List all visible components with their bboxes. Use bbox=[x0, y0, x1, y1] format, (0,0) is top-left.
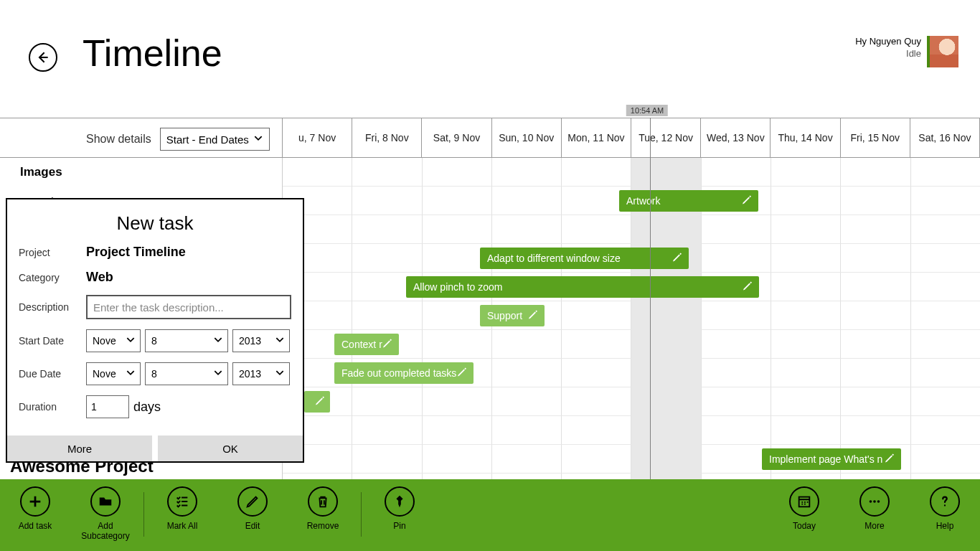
chevron-down-icon bbox=[126, 368, 136, 380]
chevron-down-icon bbox=[253, 133, 263, 146]
due-month-select[interactable]: Nove bbox=[86, 362, 141, 385]
edit-button[interactable]: Edit bbox=[217, 486, 288, 531]
remove-button[interactable]: Remove bbox=[288, 486, 358, 531]
date-col-2: Sat, 9 Nov bbox=[422, 118, 491, 157]
ok-button[interactable]: OK bbox=[158, 435, 303, 461]
task-bar-stub[interactable] bbox=[304, 391, 330, 413]
duration-unit: days bbox=[133, 400, 161, 415]
task-bar-pinch[interactable]: Allow pinch to zoom bbox=[406, 276, 759, 298]
task-bar-context[interactable]: Context r bbox=[334, 334, 399, 355]
arrow-left-icon bbox=[36, 50, 50, 65]
label-duration: Duration bbox=[19, 401, 86, 413]
pencil-icon bbox=[456, 367, 468, 380]
date-col-3: Sun, 10 Nov bbox=[492, 118, 562, 157]
pencil-icon bbox=[741, 194, 753, 208]
now-time-label: 10:54 AM bbox=[626, 105, 668, 116]
duration-input[interactable] bbox=[86, 395, 129, 418]
pencil-icon bbox=[672, 252, 683, 265]
start-month-select[interactable]: Nove bbox=[86, 329, 141, 352]
today-button[interactable]: Today bbox=[769, 486, 839, 531]
pin-button[interactable]: Pin bbox=[364, 486, 435, 531]
due-day-select[interactable]: 8 bbox=[145, 362, 228, 385]
trash-icon bbox=[308, 486, 338, 517]
task-bar-fade[interactable]: Fade out completed tasks bbox=[334, 362, 473, 384]
now-line bbox=[650, 118, 651, 479]
checklist-icon bbox=[167, 486, 197, 517]
start-year-select[interactable]: 2013 bbox=[232, 329, 290, 352]
pin-icon bbox=[385, 486, 415, 517]
avatar bbox=[927, 36, 958, 67]
label-start-date: Start Date bbox=[19, 335, 86, 347]
task-bar-implement[interactable]: Implement page What's n bbox=[762, 448, 901, 470]
help-button[interactable]: Help bbox=[910, 486, 980, 531]
label-description: Description bbox=[19, 301, 86, 313]
pencil-icon bbox=[742, 281, 753, 294]
plus-icon bbox=[20, 486, 50, 517]
svg-point-2 bbox=[873, 500, 876, 503]
pencil-icon bbox=[382, 338, 393, 352]
value-category: Web bbox=[86, 270, 113, 285]
label-project: Project bbox=[19, 247, 86, 258]
due-year-select[interactable]: 2013 bbox=[232, 362, 290, 385]
value-project: Project Timeline bbox=[86, 245, 186, 260]
user-name: Hy Nguyen Quy bbox=[855, 36, 921, 48]
chevron-down-icon bbox=[213, 335, 223, 347]
show-details-label: Show details bbox=[86, 133, 151, 146]
date-col-0: u, 7 Nov bbox=[283, 118, 352, 157]
help-icon bbox=[930, 486, 960, 517]
date-col-4: Mon, 11 Nov bbox=[562, 118, 631, 157]
more-button[interactable]: More bbox=[7, 435, 152, 461]
date-col-6: Wed, 13 Nov bbox=[701, 118, 771, 157]
appbar-separator bbox=[361, 492, 362, 537]
user-block[interactable]: Hy Nguyen Quy Idle bbox=[855, 36, 958, 67]
more-icon bbox=[859, 486, 890, 517]
details-select-value: Start - End Dates bbox=[166, 133, 249, 146]
page-title: Timeline bbox=[83, 32, 222, 75]
task-bar-support[interactable]: Support bbox=[480, 305, 545, 326]
back-button[interactable] bbox=[29, 43, 57, 72]
new-task-dialog: New task ProjectProject Timeline Categor… bbox=[6, 198, 304, 463]
task-bar-artwork[interactable]: Artwork bbox=[619, 190, 758, 212]
folder-icon bbox=[90, 486, 121, 517]
pencil-icon bbox=[237, 486, 268, 517]
svg-point-3 bbox=[877, 500, 880, 503]
appbar-separator bbox=[143, 492, 144, 537]
category-images[interactable]: Images bbox=[0, 158, 283, 187]
add-subcategory-button[interactable]: Add Subcategory bbox=[70, 486, 141, 542]
pencil-icon bbox=[884, 453, 895, 466]
start-day-select[interactable]: 8 bbox=[145, 329, 228, 352]
date-col-1: Fri, 8 Nov bbox=[352, 118, 422, 157]
details-select[interactable]: Start - End Dates bbox=[160, 128, 270, 151]
add-task-button[interactable]: Add task bbox=[0, 486, 70, 531]
header: Timeline Hy Nguyen Quy Idle bbox=[0, 0, 980, 86]
date-col-8: Fri, 15 Nov bbox=[841, 118, 910, 157]
label-due-date: Due Date bbox=[19, 368, 86, 380]
user-status: Idle bbox=[855, 48, 921, 60]
svg-point-1 bbox=[870, 500, 872, 503]
description-input[interactable] bbox=[86, 295, 291, 319]
date-col-5: Tue, 12 Nov bbox=[631, 118, 701, 157]
more-button-appbar[interactable]: More bbox=[839, 486, 910, 531]
chevron-down-icon bbox=[213, 368, 223, 380]
label-category: Category bbox=[19, 272, 86, 283]
date-col-7: Thu, 14 Nov bbox=[771, 118, 840, 157]
pencil-icon bbox=[527, 309, 539, 323]
task-bar-adapt[interactable]: Adapt to different window size bbox=[480, 248, 689, 269]
mark-all-button[interactable]: Mark All bbox=[147, 486, 217, 531]
chevron-down-icon bbox=[275, 335, 285, 347]
calendar-icon bbox=[789, 486, 819, 517]
chevron-down-icon bbox=[126, 335, 136, 347]
chevron-down-icon bbox=[275, 368, 285, 380]
dialog-title: New task bbox=[19, 212, 291, 235]
date-col-9: Sat, 16 Nov bbox=[910, 118, 979, 157]
appbar: Add task Add Subcategory Mark All Edit R… bbox=[0, 479, 980, 551]
pencil-icon bbox=[314, 395, 326, 409]
